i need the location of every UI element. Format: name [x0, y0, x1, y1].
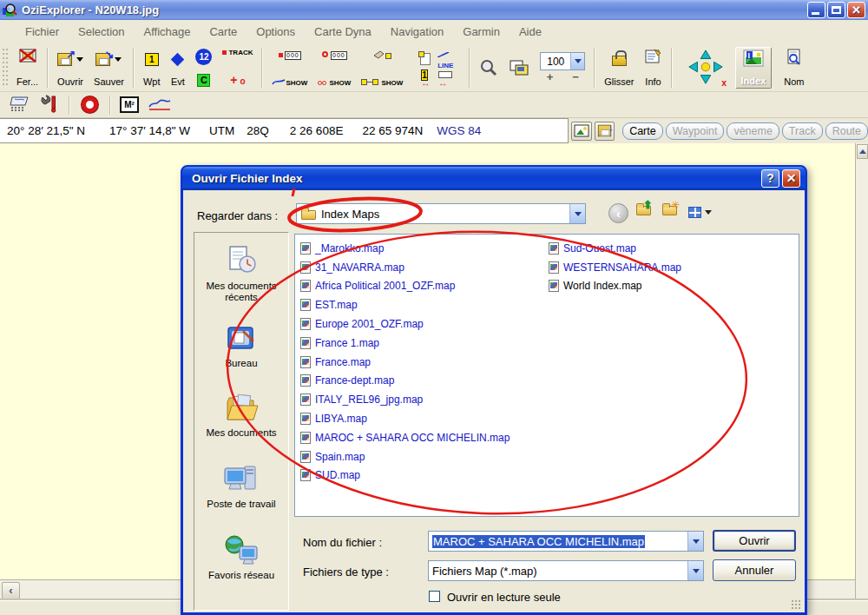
index-button[interactable]: I Index	[735, 47, 773, 89]
scroll-up-button[interactable]	[857, 144, 868, 159]
file-item[interactable]: 31_NAVARRA.map	[300, 258, 510, 277]
show-track-button[interactable]: 000 SHOW	[266, 47, 312, 89]
map-file-icon	[300, 299, 311, 311]
close-map-button[interactable]: Fer...	[11, 47, 43, 89]
menu-garmin[interactable]: Garmin	[453, 25, 510, 38]
dialog-help-button[interactable]: ?	[761, 169, 779, 188]
drag-lock-button[interactable]: Glisser	[599, 47, 639, 89]
zoom-in-button[interactable]: +	[547, 72, 554, 83]
menu-navigation[interactable]: Navigation	[381, 25, 453, 38]
file-item[interactable]: SUD.map	[300, 466, 510, 486]
file-item[interactable]: World Index.map	[549, 277, 681, 296]
info-button[interactable]: Info	[640, 47, 667, 89]
place-recent-documents[interactable]: Mes documents récents	[198, 245, 285, 303]
menu-carte-dyna[interactable]: Carte Dyna	[305, 25, 381, 38]
chevron-down-icon[interactable]	[687, 532, 703, 551]
file-column-1: _Marokko.map 31_NAVARRA.map Africa Polit…	[300, 239, 510, 485]
zoom-out-button[interactable]: −	[572, 72, 579, 83]
show-waypoints-button[interactable]: SHOW	[356, 47, 408, 89]
northing-value: 22 65 974N	[362, 124, 423, 137]
zoom-control: 100 + −	[535, 50, 590, 84]
waypoint-button-pill[interactable]: Waypoint	[666, 122, 725, 140]
latitude-value: 20° 28′ 21,5" N	[7, 124, 85, 137]
event-button[interactable]: Evt	[165, 47, 190, 89]
track-button[interactable]: Track	[782, 122, 823, 140]
up-one-level-button[interactable]: ⬆	[636, 206, 651, 215]
show-events-button[interactable]: 000 SHOW	[312, 47, 356, 89]
open-map-button[interactable]: ↗ Ouvrir	[52, 47, 89, 89]
file-item[interactable]: MAROC + SAHARA OCC MICHELIN.map	[300, 428, 510, 447]
menu-options[interactable]: Options	[247, 25, 305, 38]
point-badges[interactable]: 12 C	[190, 47, 217, 89]
place-my-computer[interactable]: Poste de travail	[198, 463, 285, 510]
padlock-icon	[612, 56, 627, 66]
map-layers-button[interactable]	[503, 47, 535, 89]
pan-arrows-control[interactable]: x	[676, 47, 735, 89]
layers-icon	[509, 59, 529, 76]
file-item[interactable]: Spain.map	[300, 447, 510, 466]
menu-bar: Fichier Selection Affichage Carte Option…	[0, 20, 868, 43]
toolbar-grip[interactable]	[2, 49, 10, 87]
vertical-scrollbar[interactable]	[855, 143, 868, 600]
screenshot-button[interactable]	[571, 122, 592, 141]
name-search-button[interactable]: Nom	[779, 47, 809, 89]
file-item[interactable]: LIBYA.map	[300, 409, 510, 428]
readonly-checkbox[interactable]	[429, 591, 440, 602]
carte-button[interactable]: Carte	[622, 122, 663, 140]
look-in-combobox[interactable]: Index Maps	[296, 203, 586, 224]
track-legend[interactable]: TRACK + o	[217, 47, 258, 89]
map-grid-button[interactable]	[5, 95, 35, 116]
chevron-down-icon	[705, 210, 712, 215]
resize-grip[interactable]	[791, 599, 801, 610]
app-logo-icon	[3, 3, 17, 17]
area-measure-button[interactable]: M²	[115, 96, 143, 113]
name-line-group[interactable]: LINE 1↔ ↔	[408, 47, 465, 89]
grid-label: UTM	[209, 124, 234, 137]
open-button[interactable]: Ouvrir	[713, 530, 796, 552]
readonly-label: Ouvrir en lecture seule	[447, 591, 561, 604]
scroll-left-button[interactable]: ‹	[2, 582, 20, 599]
quick-save-button[interactable]: ↓	[595, 122, 615, 141]
evenement-button[interactable]: vèneme	[727, 122, 779, 140]
map-tools-button[interactable]	[35, 94, 64, 116]
file-item[interactable]: France.map	[300, 353, 510, 372]
zoom-tool-button[interactable]	[474, 47, 503, 89]
file-item[interactable]: EST.map	[300, 295, 510, 314]
minimize-button[interactable]	[807, 2, 825, 18]
menu-affichage[interactable]: Affichage	[135, 25, 201, 38]
chevron-down-icon[interactable]	[687, 561, 703, 580]
chevron-down-icon[interactable]	[570, 53, 584, 69]
file-item[interactable]: France-dept.map	[300, 372, 510, 391]
back-button[interactable]: ‹	[608, 203, 628, 223]
help-lifebuoy-button[interactable]	[75, 96, 105, 113]
maximize-button[interactable]	[827, 2, 845, 18]
view-menu-button[interactable]	[688, 207, 712, 218]
close-button[interactable]: ✕	[847, 2, 865, 18]
waypoint-button[interactable]: 1 Wpt	[138, 47, 166, 89]
zoom-level-select[interactable]: 100	[540, 52, 585, 70]
filetype-combobox[interactable]: Fichiers Map (*.map)	[428, 560, 704, 581]
file-item[interactable]: WESTERNSAHARA.map	[549, 258, 681, 277]
menu-fichier[interactable]: Fichier	[16, 25, 69, 38]
filename-combobox[interactable]: MAROC + SAHARA OCC MICHELIN.map	[428, 531, 704, 552]
cancel-button[interactable]: Annuler	[713, 559, 796, 581]
file-item[interactable]: Africa Political 2001_OZF.map	[300, 277, 510, 296]
menu-aide[interactable]: Aide	[510, 25, 551, 38]
chevron-down-icon[interactable]	[569, 204, 585, 223]
menu-selection[interactable]: Selection	[69, 25, 134, 38]
file-item[interactable]: Europe 2001_OZF.map	[300, 314, 510, 334]
menu-carte[interactable]: Carte	[200, 25, 247, 38]
file-item[interactable]: ITALY_REL96_jpg.map	[300, 390, 510, 409]
save-map-button[interactable]: ↘ Sauver	[89, 47, 129, 89]
dialog-title: Ouvrir Fichier Index	[192, 172, 303, 185]
file-item[interactable]: Sud-Ouest.map	[549, 239, 681, 258]
route-button[interactable]: Route	[825, 122, 868, 140]
place-network[interactable]: Favoris réseau	[198, 534, 285, 581]
dialog-close-button[interactable]: ✕	[782, 169, 800, 188]
place-desktop[interactable]: Bureau	[198, 324, 285, 369]
file-item[interactable]: France 1.map	[300, 334, 510, 353]
profile-chart-button[interactable]	[143, 96, 176, 115]
place-my-documents[interactable]: Mes documents	[198, 393, 285, 439]
new-folder-button[interactable]: ✳	[662, 206, 677, 215]
file-item[interactable]: _Marokko.map	[300, 239, 510, 258]
